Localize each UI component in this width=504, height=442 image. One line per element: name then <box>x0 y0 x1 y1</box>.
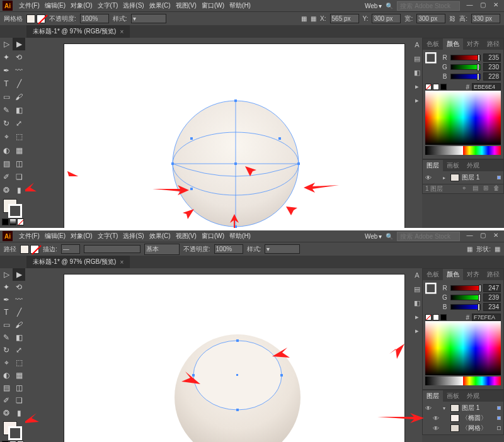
tab-color[interactable]: 颜色 <box>443 269 463 280</box>
menu-object[interactable]: 对象(O) <box>69 231 93 241</box>
eyedropper-tool[interactable]: ✐ <box>0 394 13 407</box>
tab-artboards[interactable]: 画板 <box>443 390 463 402</box>
document-tab[interactable]: 未标题-1* @ 97% (RGB/预览) × <box>26 256 130 268</box>
tab-artboards[interactable]: 画板 <box>443 160 463 171</box>
fill-swatch[interactable] <box>26 14 35 23</box>
white-swatch-icon[interactable] <box>433 84 439 90</box>
scale-tool[interactable]: ⤢ <box>13 344 25 356</box>
black-swatch-icon[interactable] <box>440 314 447 320</box>
curvature-tool[interactable]: 〰 <box>13 64 25 77</box>
close-icon[interactable]: × <box>120 28 123 35</box>
magic-wand-tool[interactable]: ✦ <box>0 281 13 293</box>
workspace-switcher[interactable]: Web ▾ <box>365 233 382 240</box>
r-slider[interactable] <box>450 55 481 60</box>
none-swatch-icon[interactable] <box>425 84 432 90</box>
align-icon[interactable]: ▦ <box>467 246 472 252</box>
menu-effect[interactable]: 效果(C) <box>148 231 172 241</box>
line-tool[interactable]: ╱ <box>13 77 25 90</box>
width-tool[interactable]: ⌖ <box>0 356 13 369</box>
menu-window[interactable]: 窗口(W) <box>200 231 226 241</box>
b-value[interactable]: 228 <box>483 72 501 81</box>
window-minimize-icon[interactable]: — <box>464 232 475 241</box>
shaper-tool[interactable]: ✎ <box>0 331 13 344</box>
pen-tool[interactable]: ✒ <box>0 293 13 306</box>
pen-tool[interactable]: ✒ <box>0 64 13 77</box>
line-tool[interactable]: ╱ <box>13 306 25 319</box>
magic-wand-tool[interactable]: ✦ <box>0 51 13 64</box>
menu-window[interactable]: 窗口(W) <box>200 1 226 11</box>
g-value[interactable]: 230 <box>483 63 501 71</box>
search-input[interactable] <box>397 232 460 241</box>
style-select[interactable]: ▾ <box>265 244 300 254</box>
blend-tool[interactable]: ❏ <box>13 394 25 407</box>
b-slider[interactable] <box>450 304 481 310</box>
transform-icon[interactable]: ▦ <box>311 15 316 22</box>
layer-row[interactable]: 👁 ▸ 图层 1 <box>423 173 503 183</box>
menu-type[interactable]: 文字(T) <box>96 231 120 241</box>
rotate-tool[interactable]: ↻ <box>0 344 13 356</box>
width-tool[interactable]: ⌖ <box>0 130 13 143</box>
rail-btn[interactable]: A <box>412 268 422 282</box>
transform-icon[interactable]: ▦ <box>495 246 500 252</box>
none-swatch-icon[interactable] <box>425 314 432 320</box>
fill-stroke-indicator[interactable] <box>0 197 25 228</box>
rail-btn[interactable]: ▸ <box>412 310 422 324</box>
menu-file[interactable]: 文件(F) <box>18 231 41 241</box>
perspective-tool[interactable]: ▦ <box>13 144 25 157</box>
selection-indicator[interactable] <box>497 426 501 430</box>
curvature-tool[interactable]: 〰 <box>13 293 25 306</box>
w-input[interactable] <box>416 14 445 23</box>
none-mode-icon[interactable] <box>17 218 24 225</box>
menu-object[interactable]: 对象(O) <box>69 1 93 11</box>
window-minimize-icon[interactable]: — <box>464 1 475 10</box>
symbol-tool[interactable]: ❂ <box>0 407 13 419</box>
direct-selection-tool[interactable]: ▶ <box>13 268 25 281</box>
rail-btn[interactable]: ◧ <box>412 65 422 79</box>
menu-view[interactable]: 视图(V) <box>175 231 198 241</box>
layer-row[interactable]: 👁 ▾ 图层 1 <box>423 403 503 413</box>
rectangle-tool[interactable]: ▭ <box>0 91 13 103</box>
visibility-icon[interactable]: 👁 <box>433 415 440 422</box>
opacity-input[interactable] <box>214 244 243 254</box>
collapse-icon[interactable]: ▾ <box>443 405 448 411</box>
shaper-tool[interactable]: ✎ <box>0 104 13 116</box>
symbol-tool[interactable]: ❂ <box>0 184 13 196</box>
menu-type[interactable]: 文字(T) <box>96 1 120 11</box>
mesh-tool[interactable]: ▤ <box>0 382 13 394</box>
rail-btn[interactable]: ▸ <box>412 324 422 337</box>
menu-help[interactable]: 帮助(H) <box>228 1 252 11</box>
rail-btn[interactable]: ▸ <box>412 79 422 93</box>
menu-edit[interactable]: 编辑(E) <box>43 231 67 241</box>
eraser-tool[interactable]: ◧ <box>13 331 25 344</box>
menu-file[interactable]: 文件(F) <box>18 1 41 11</box>
workspace-switcher[interactable]: Web ▾ <box>365 3 382 9</box>
free-transform-tool[interactable]: ⬚ <box>13 130 25 143</box>
r-slider[interactable] <box>450 285 481 291</box>
menu-select[interactable]: 选择(S) <box>122 1 145 11</box>
search-input[interactable] <box>397 1 460 11</box>
gradient-mode-icon[interactable] <box>9 218 16 225</box>
b-value[interactable]: 234 <box>483 303 501 311</box>
selection-indicator[interactable] <box>497 176 501 179</box>
blend-tool[interactable]: ❏ <box>13 171 25 183</box>
menu-select[interactable]: 选择(S) <box>122 231 145 241</box>
close-icon[interactable]: × <box>120 259 123 266</box>
window-maximize-icon[interactable]: ▢ <box>477 232 488 241</box>
canvas[interactable] <box>25 38 412 228</box>
stroke-profile-select[interactable] <box>84 245 140 253</box>
menu-edit[interactable]: 编辑(E) <box>43 1 67 11</box>
rail-btn[interactable]: ▸ <box>412 93 422 107</box>
color-spectrum[interactable] <box>425 321 501 387</box>
tab-swatches[interactable]: 色板 <box>423 269 443 280</box>
tab-color[interactable]: 颜色 <box>443 38 463 50</box>
stroke-swatch[interactable] <box>37 14 45 23</box>
tab-align[interactable]: 对齐 <box>463 269 483 280</box>
fill-stroke-indicator[interactable] <box>0 419 25 442</box>
selection-tool[interactable]: ▷ <box>0 38 13 50</box>
shape-builder-tool[interactable]: ◐ <box>0 144 13 157</box>
y-input[interactable] <box>372 14 401 23</box>
g-value[interactable]: 239 <box>483 293 501 302</box>
mesh-tool[interactable]: ▤ <box>0 157 13 170</box>
rail-btn[interactable]: A <box>412 38 422 52</box>
visibility-icon[interactable]: 👁 <box>433 425 440 432</box>
